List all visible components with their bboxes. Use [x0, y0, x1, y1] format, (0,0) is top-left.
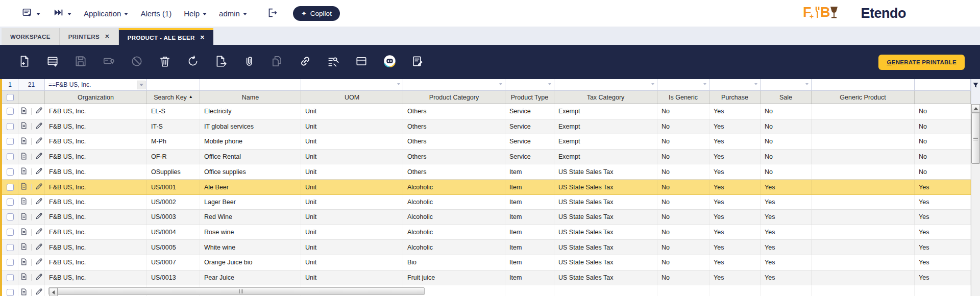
cell-product-category[interactable]: Others: [403, 134, 505, 149]
cell-organization[interactable]: F&B US, Inc.: [45, 150, 147, 164]
cell-name[interactable]: Mobile phone: [200, 134, 301, 149]
cell-purchase[interactable]: Yes: [709, 270, 761, 285]
cell-purchase[interactable]: Yes: [709, 119, 761, 134]
vertical-scrollbar[interactable]: [971, 104, 980, 296]
filter-dropdown-icon[interactable]: [397, 83, 400, 85]
open-record-icon[interactable]: [20, 228, 28, 237]
cell-is-generic[interactable]: No: [657, 255, 709, 270]
cell-sale[interactable]: Yes: [761, 225, 812, 240]
cell-organization[interactable]: F&B US, Inc.: [45, 104, 147, 119]
cell-uom[interactable]: Unit: [301, 270, 403, 285]
cell-search-key[interactable]: US/0003: [147, 210, 200, 225]
cell-tax-category[interactable]: US State Sales Tax: [554, 195, 657, 210]
cell-name[interactable]: Office Rental: [200, 150, 301, 164]
cell-is-generic[interactable]: No: [657, 164, 709, 179]
filter-product-type[interactable]: [505, 79, 554, 90]
cell-search-key[interactable]: US/0004: [147, 225, 200, 240]
cell-extra[interactable]: No: [915, 134, 971, 149]
cell-product-type[interactable]: Item: [505, 210, 554, 225]
cell-search-key[interactable]: US/0007: [147, 255, 200, 270]
cell-purchase[interactable]: Yes: [709, 255, 761, 270]
cell-product-category[interactable]: Others: [403, 164, 505, 179]
copilot-assistant-button[interactable]: [382, 55, 397, 69]
filter-dropdown-icon[interactable]: [805, 83, 808, 85]
cell-tax-category[interactable]: US State Sales Tax: [554, 270, 657, 285]
table-row[interactable]: F&B US, Inc.EL-SElectricityUnitOthersSer…: [2, 104, 971, 119]
cell-organization[interactable]: F&B US, Inc.: [45, 240, 147, 255]
row-checkbox[interactable]: [7, 259, 14, 266]
cell-organization[interactable]: F&B US, Inc.: [45, 134, 147, 149]
row-checkbox[interactable]: [7, 108, 14, 115]
cell-purchase[interactable]: Yes: [709, 164, 761, 179]
column-header-is-generic[interactable]: Is Generic: [657, 91, 709, 104]
table-row[interactable]: F&B US, Inc.US/0007Orange Juice bioUnitB…: [2, 255, 971, 270]
cell-is-generic[interactable]: No: [657, 225, 709, 240]
cell-organization[interactable]: F&B US, Inc.: [45, 255, 147, 270]
row-checkbox[interactable]: [7, 168, 14, 176]
close-tab-icon[interactable]: ✕: [105, 33, 110, 40]
cell-sale[interactable]: Yes: [761, 240, 812, 255]
tab-workspace[interactable]: WORKSPACE: [2, 28, 60, 45]
cell-purchase[interactable]: Yes: [709, 195, 761, 210]
cell-search-key[interactable]: US/0001: [147, 180, 200, 194]
cell-generic-product[interactable]: [812, 285, 915, 296]
cell-uom[interactable]: Unit: [301, 195, 403, 210]
cell-product-type[interactable]: Item: [505, 270, 554, 285]
cell-uom[interactable]: Unit: [301, 134, 403, 149]
export-button[interactable]: [214, 55, 228, 69]
cell-name[interactable]: Ale Beer: [200, 180, 301, 194]
cell-search-key[interactable]: US/0002: [147, 195, 200, 210]
open-record-icon[interactable]: [20, 273, 28, 282]
cell-purchase[interactable]: [709, 285, 761, 296]
cell-name[interactable]: Orange Juice bio: [200, 255, 301, 270]
cell-generic-product[interactable]: [812, 225, 915, 240]
edit-record-icon[interactable]: [35, 212, 43, 221]
audit-trail-button[interactable]: [326, 55, 340, 69]
quick-launch-button[interactable]: [48, 5, 76, 22]
cell-product-type[interactable]: Item: [505, 255, 554, 270]
cell-extra[interactable]: Yes: [915, 195, 971, 210]
edit-record-icon[interactable]: [35, 107, 43, 116]
cell-product-category[interactable]: Alcoholic: [403, 240, 505, 255]
cell-organization[interactable]: F&B US, Inc.: [45, 164, 147, 179]
cell-purchase[interactable]: Yes: [709, 210, 761, 225]
filter-dropdown-icon[interactable]: [651, 83, 654, 85]
cell-purchase[interactable]: Yes: [709, 180, 761, 194]
filter-tax-category[interactable]: [554, 79, 657, 90]
cell-extra[interactable]: Yes: [915, 255, 971, 270]
cell-tax-category[interactable]: US State Sales Tax: [554, 240, 657, 255]
cell-name[interactable]: Office supplies: [200, 164, 301, 179]
edit-record-icon[interactable]: [35, 137, 43, 146]
cell-generic-product[interactable]: [812, 164, 915, 179]
cell-sale[interactable]: Yes: [761, 210, 812, 225]
horizontal-scroll-thumb[interactable]: [58, 288, 424, 294]
cell-uom[interactable]: Unit: [301, 150, 403, 164]
cell-is-generic[interactable]: No: [657, 210, 709, 225]
cell-name[interactable]: IT global services: [200, 119, 301, 134]
cell-tax-category[interactable]: US State Sales Tax: [554, 164, 657, 179]
generate-printable-button[interactable]: GENERATE PRINTABLE: [878, 55, 965, 70]
row-checkbox[interactable]: [7, 274, 14, 281]
open-record-icon[interactable]: [20, 242, 28, 252]
open-record-icon[interactable]: [20, 107, 28, 116]
cell-purchase[interactable]: Yes: [709, 104, 761, 119]
cell-uom[interactable]: Unit: [301, 164, 403, 179]
cell-product-category[interactable]: Bio: [403, 255, 505, 270]
table-row[interactable]: F&B US, Inc.M-PhMobile phoneUnitOthersSe…: [2, 134, 971, 150]
cell-is-generic[interactable]: No: [657, 150, 709, 164]
column-header-product-category[interactable]: Product Category: [403, 91, 505, 104]
cell-generic-product[interactable]: [812, 240, 915, 255]
filter-dropdown-icon[interactable]: [754, 83, 757, 85]
column-header-search-key[interactable]: Search Key▲: [147, 91, 200, 104]
cell-sale[interactable]: No: [761, 164, 812, 179]
filter-is-generic[interactable]: [657, 79, 709, 90]
cell-product-type[interactable]: Item: [505, 225, 554, 240]
open-record-icon[interactable]: [20, 121, 28, 131]
form-view-button[interactable]: [354, 55, 369, 69]
column-header-organization[interactable]: Organization: [45, 91, 147, 104]
tab-printers[interactable]: PRINTERS ✕: [60, 28, 119, 45]
cell-product-category[interactable]: Alcoholic: [403, 225, 505, 240]
cell-sale[interactable]: No: [761, 119, 812, 134]
cell-product-type[interactable]: Service: [505, 119, 554, 134]
edit-record-icon[interactable]: [35, 243, 43, 252]
